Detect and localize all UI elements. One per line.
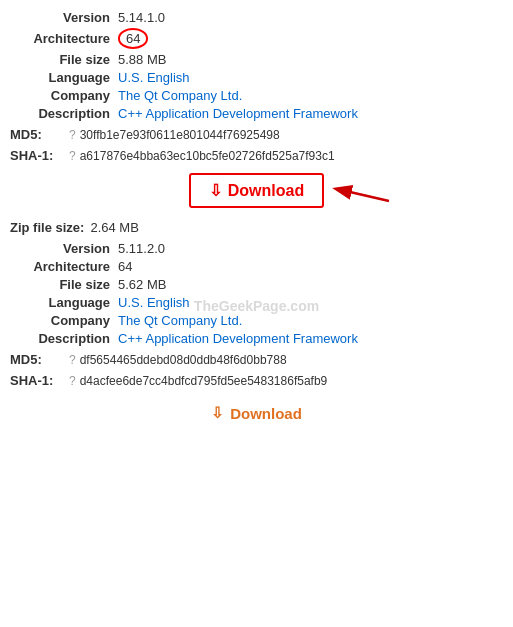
sha1-value-2: d4acfee6de7cc4bdfcd795fd5ee5483186f5afb9 xyxy=(80,374,328,388)
section-2: Version 5.11.2.0 Architecture 64 File si… xyxy=(10,241,503,346)
sha1-icon-2[interactable]: ? xyxy=(69,374,76,388)
company-label-1: Company xyxy=(10,88,110,103)
download-button-1[interactable]: ⇩ Download xyxy=(189,173,324,208)
company-row-2: Company The Qt Company Ltd. xyxy=(10,313,503,328)
section-1: Version 5.14.1.0 Architecture 64 File si… xyxy=(10,10,503,121)
download-area-1: ⇩ Download xyxy=(10,173,503,212)
description-value-2: C++ Application Development Framework xyxy=(118,331,358,346)
description-label-1: Description xyxy=(10,106,110,121)
description-value-1: C++ Application Development Framework xyxy=(118,106,358,121)
red-arrow-icon xyxy=(329,171,394,211)
download-button-2[interactable]: ⇩ Download xyxy=(193,398,320,428)
sha1-value-1: a617876e4bba63ec10bc5fe02726fd525a7f93c1 xyxy=(80,149,335,163)
zip-row: Zip file size: 2.64 MB xyxy=(10,220,503,235)
architecture-row-1: Architecture 64 xyxy=(10,28,503,49)
md5-label-2: MD5: xyxy=(10,352,65,367)
company-value-2: The Qt Company Ltd. xyxy=(118,313,242,328)
filesize-value-2: 5.62 MB xyxy=(118,277,166,292)
download-label-1: Download xyxy=(228,182,304,200)
sha1-label-1: SHA-1: xyxy=(10,148,65,163)
md5-row-1: MD5: ? 30ffb1e7e93f0611e801044f76925498 xyxy=(10,127,503,142)
architecture-label-2: Architecture xyxy=(10,259,110,274)
version-row-2: Version 5.11.2.0 xyxy=(10,241,503,256)
company-value-1: The Qt Company Ltd. xyxy=(118,88,242,103)
md5-icon-1[interactable]: ? xyxy=(69,128,76,142)
md5-value-1: 30ffb1e7e93f0611e801044f76925498 xyxy=(80,128,280,142)
architecture-value-2: 64 xyxy=(118,259,132,274)
filesize-row-1: File size 5.88 MB xyxy=(10,52,503,67)
language-label-1: Language xyxy=(10,70,110,85)
main-container: Version 5.14.1.0 Architecture 64 File si… xyxy=(0,0,513,446)
md5-value-2: df5654465ddebd08d0ddb48f6d0bb788 xyxy=(80,353,287,367)
version-label-1: Version xyxy=(10,10,110,25)
download-icon-2: ⇩ xyxy=(211,404,224,422)
sha1-icon-1[interactable]: ? xyxy=(69,149,76,163)
md5-label-1: MD5: xyxy=(10,127,65,142)
architecture-value-1: 64 xyxy=(118,28,148,49)
language-label-2: Language xyxy=(10,295,110,310)
language-value-2: U.S. English xyxy=(118,295,190,310)
download-label-2: Download xyxy=(230,405,302,422)
version-value-1: 5.14.1.0 xyxy=(118,10,165,25)
description-row-1: Description C++ Application Development … xyxy=(10,106,503,121)
md5-icon-2[interactable]: ? xyxy=(69,353,76,367)
sha1-row-1: SHA-1: ? a617876e4bba63ec10bc5fe02726fd5… xyxy=(10,148,503,163)
company-row-1: Company The Qt Company Ltd. xyxy=(10,88,503,103)
filesize-label-2: File size xyxy=(10,277,110,292)
language-row-1: Language U.S. English xyxy=(10,70,503,85)
company-label-2: Company xyxy=(10,313,110,328)
description-label-2: Description xyxy=(10,331,110,346)
filesize-row-2: File size 5.62 MB xyxy=(10,277,503,292)
version-label-2: Version xyxy=(10,241,110,256)
architecture-label-1: Architecture xyxy=(10,31,110,46)
version-row-1: Version 5.14.1.0 xyxy=(10,10,503,25)
sha1-label-2: SHA-1: xyxy=(10,373,65,388)
svg-line-1 xyxy=(337,189,389,201)
filesize-value-1: 5.88 MB xyxy=(118,52,166,67)
architecture-row-2: Architecture 64 xyxy=(10,259,503,274)
filesize-label-1: File size xyxy=(10,52,110,67)
arrow-container: ⇩ Download xyxy=(189,173,324,208)
language-value-1: U.S. English xyxy=(118,70,190,85)
version-value-2: 5.11.2.0 xyxy=(118,241,165,256)
language-row-2: Language U.S. English xyxy=(10,295,503,310)
download-area-2: ⇩ Download xyxy=(10,398,503,428)
md5-row-2: MD5: ? df5654465ddebd08d0ddb48f6d0bb788 xyxy=(10,352,503,367)
sha1-row-2: SHA-1: ? d4acfee6de7cc4bdfcd795fd5ee5483… xyxy=(10,373,503,388)
zip-label: Zip file size: xyxy=(10,220,84,235)
download-icon-1: ⇩ xyxy=(209,181,222,200)
description-row-2: Description C++ Application Development … xyxy=(10,331,503,346)
zip-value: 2.64 MB xyxy=(90,220,138,235)
